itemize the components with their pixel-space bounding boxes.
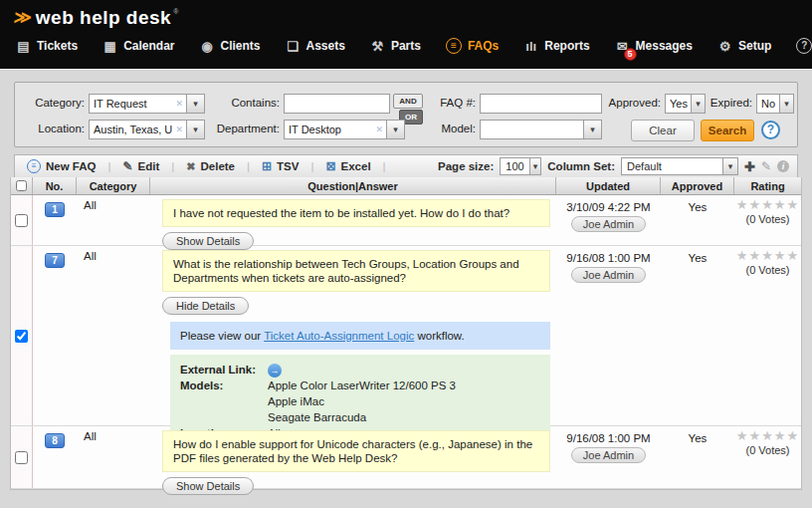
nav-item-setup[interactable]: ⚙ Setup [717,39,771,54]
faq-1-updated-by-pill[interactable]: Joe Admin [571,216,646,232]
clients-icon: ◉ [200,39,215,54]
star-icon: ★ [761,248,774,263]
nav-item-parts[interactable]: ⚒ Parts [370,39,421,54]
ticket-auto-assignment-logic-link[interactable]: Ticket Auto-Assignment Logic [264,330,414,342]
page-size-label: Page size: [438,160,494,172]
column-set-dropdown-icon[interactable]: ▾ [722,158,737,174]
faq-8-number-badge[interactable]: 8 [45,433,65,448]
nav-item-tickets[interactable]: ▤ Tickets [16,39,78,54]
clear-button[interactable]: Clear [631,120,695,141]
external-link-icon[interactable]: → [268,364,282,378]
col-header-approved[interactable]: Approved [661,177,734,194]
faq-row-7: 7 All What is the relationship between T… [11,246,801,426]
nav-label-setup: Setup [738,39,771,53]
rating-stars: ★★★★★ [734,428,801,444]
select-all-cell [11,177,33,194]
app-logo[interactable]: ≫ web help desk ® [14,7,178,29]
registered-trademark-mark: ® [173,7,178,17]
category-dropdown-icon[interactable]: ▾ [186,95,204,113]
department-filter-combo[interactable]: IT Desktop ✕ ▾ [284,120,405,139]
faq-7-hide-details-button[interactable]: Hide Details [162,297,249,315]
excel-export-button[interactable]: ⊠ Excel [313,159,382,173]
row-checkbox-cell [11,246,33,425]
add-column-set-icon[interactable]: ✚ [744,159,755,174]
faq-table-header: No. Category Question|Answer Updated App… [11,177,801,195]
faq-7-updated-by-pill[interactable]: Joe Admin [571,267,646,283]
model-label: Model: [406,123,476,134]
nav-item-help[interactable]: ? Help [796,38,812,54]
department-clear-icon[interactable]: ✕ [372,125,386,134]
faq-7-question-cell: What is the relationship between Tech Gr… [150,246,556,425]
delete-button[interactable]: ✖ Delete [174,160,247,173]
location-clear-icon[interactable]: ✕ [172,125,186,134]
col-header-rating[interactable]: Rating [734,177,801,194]
expired-dropdown-icon[interactable]: ▾ [779,95,793,113]
model-item: Seagate Barracuda [268,409,540,425]
star-icon: ★ [786,428,799,443]
nav-item-assets[interactable]: ❏ Assets [286,39,345,54]
faq-7-answer-box: Please view our Ticket Auto-Assignment L… [170,322,550,350]
model-item: Apple Color LaserWriter 12/600 PS 3 [268,378,540,393]
select-all-checkbox[interactable] [16,180,27,191]
category-filter-value: IT Request [90,98,172,110]
nav-item-clients[interactable]: ◉ Clients [200,39,261,54]
nav-item-faqs[interactable]: ≡ FAQs [446,38,499,54]
toolbar-divider: | [383,160,386,172]
info-icon[interactable]: i [777,160,789,172]
approved-dropdown-icon[interactable]: ▾ [691,95,705,113]
faq-7-checkbox[interactable] [15,330,28,343]
star-icon: ★ [774,248,787,263]
faq-7-number-badge[interactable]: 7 [45,253,65,268]
faq-1-checkbox[interactable] [15,214,28,227]
faq-7-rating-cell: ★★★★★ (0 Votes) [734,246,801,425]
model-select[interactable]: ▾ [480,120,602,139]
filter-help-icon[interactable]: ? [761,121,780,139]
search-button[interactable]: Search [701,120,754,141]
faq-1-updated-cell: 3/10/09 4:22 PM Joe Admin [556,195,661,245]
expired-select[interactable]: No ▾ [756,94,794,114]
col-header-updated[interactable]: Updated [556,177,661,194]
faq-8-updated-by-pill[interactable]: Joe Admin [571,447,646,463]
star-icon: ★ [749,197,762,212]
location-filter-combo[interactable]: Austin, Texas, USA ✕ ▾ [89,120,205,139]
new-faq-button[interactable]: ≡ New FAQ [15,159,107,173]
faq-8-checkbox[interactable] [15,451,28,464]
faq-7-updated-cell: 9/16/08 1:00 PM Joe Admin [556,246,661,425]
contains-input[interactable] [284,94,390,114]
tsv-export-button[interactable]: ⊞ TSV [250,159,310,173]
faq-8-question-cell: How do I enable support for Unicode char… [150,426,556,488]
col-header-question-answer[interactable]: Question|Answer [150,177,556,194]
approved-select[interactable]: Yes ▾ [665,94,706,114]
faq-number-input[interactable] [480,94,602,114]
page-size-select[interactable]: 100 ▾ [500,157,541,175]
category-label: Category: [15,97,85,109]
model-dropdown-icon[interactable]: ▾ [583,121,601,138]
nav-item-messages[interactable]: ✉5 Messages [615,39,693,54]
edit-label: Edit [138,160,160,172]
faq-1-approved: Yes [661,195,734,245]
faqs-icon: ≡ [446,38,462,54]
faq-8-approved: Yes [661,426,734,488]
tickets-icon: ▤ [16,39,31,54]
star-icon: ★ [761,428,774,443]
tsv-label: TSV [277,160,299,172]
faq-8-show-details-button[interactable]: Show Details [162,477,254,495]
app-logo-text: web help desk [36,7,171,29]
col-header-category[interactable]: Category [77,177,150,194]
faq-1-number-badge[interactable]: 1 [45,202,65,217]
nav-item-calendar[interactable]: ▦ Calendar [102,39,174,54]
category-clear-icon[interactable]: ✕ [172,99,186,109]
nav-item-reports[interactable]: ılı Reports [523,39,589,54]
star-icon: ★ [786,248,799,263]
faq-7-question-text: What is the relationship between Tech Gr… [162,250,550,292]
col-header-no[interactable]: No. [33,177,77,194]
page-size-dropdown-icon[interactable]: ▾ [529,158,541,174]
assets-icon: ❏ [286,39,301,54]
category-filter-combo[interactable]: IT Request ✕ ▾ [89,94,205,114]
nav-label-faqs: FAQs [468,39,499,53]
edit-button[interactable]: ✎ Edit [110,159,171,173]
column-set-select[interactable]: Default ▾ [621,157,738,175]
department-dropdown-icon[interactable]: ▾ [386,121,404,138]
edit-column-set-icon[interactable]: ✎ [761,159,771,173]
faq-number-cell: 1 [33,195,77,245]
